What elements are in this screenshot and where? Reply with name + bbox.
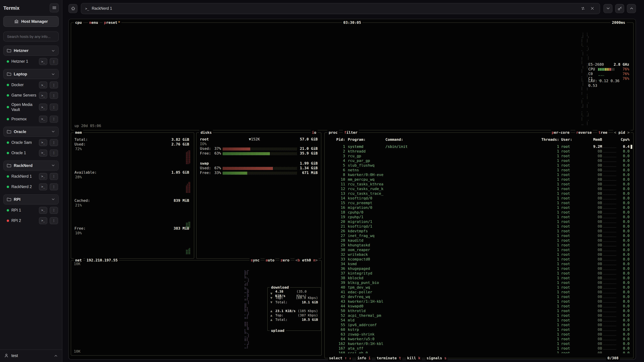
close-tab-icon[interactable] bbox=[589, 5, 596, 12]
io-option[interactable]: io bbox=[310, 130, 318, 135]
footer-key[interactable]: terminate t bbox=[376, 356, 402, 361]
host-row[interactable]: RackNerd 2 >_ ⋮ bbox=[3, 182, 59, 192]
process-row[interactable]: 32 writeback 1 root 0B 0.0 bbox=[328, 252, 630, 257]
process-row[interactable]: 52 acpi_thermal_pm 1 root 0B 0.0 bbox=[328, 313, 630, 318]
chevron-down-icon[interactable] bbox=[51, 48, 55, 53]
host-menu-button[interactable]: ⋮ bbox=[50, 149, 58, 157]
process-row[interactable]: 27 inet_frag_wq 1 root 0B 0.0 bbox=[328, 234, 630, 238]
chevron-down-icon[interactable] bbox=[51, 72, 55, 76]
process-row[interactable]: 33 kcompactd0 1 root 0B 0.0 bbox=[328, 257, 630, 262]
connect-terminal-button[interactable]: >_ bbox=[39, 81, 47, 88]
host-row[interactable]: Game Servers >_ ⋮ bbox=[3, 90, 59, 100]
process-row[interactable]: 11 rcu_tasks_kthrea 1 root 0B 0.0 bbox=[328, 182, 630, 187]
host-menu-button[interactable]: ⋮ bbox=[50, 92, 58, 99]
net-interface[interactable]: <b eth0 n> bbox=[294, 258, 319, 263]
process-row[interactable]: 1 systemd /sbin/init 1 root 9.2M 0.4 bbox=[328, 144, 630, 149]
collapse-panel-button[interactable] bbox=[604, 4, 612, 13]
host-row[interactable]: Oracle Sam >_ ⋮ bbox=[3, 137, 59, 148]
host-row[interactable]: Open Media Vault >_ ⋮ bbox=[3, 100, 59, 114]
process-row[interactable]: 26 kdevtmpfs 1 root 0B 0.0 bbox=[328, 229, 630, 234]
sidebar-toggle-button[interactable] bbox=[50, 3, 59, 12]
host-row[interactable]: Proxmox >_ ⋮ bbox=[3, 114, 59, 124]
chevron-down-icon[interactable] bbox=[51, 163, 55, 168]
menu-option[interactable]: menu bbox=[88, 20, 100, 25]
proc-option[interactable]: reverse bbox=[575, 130, 593, 135]
process-row[interactable]: 50 kthrotld 1 root 0B 0.0 bbox=[328, 309, 630, 313]
connect-terminal-button[interactable]: >_ bbox=[39, 217, 47, 224]
chevron-down-icon[interactable] bbox=[51, 130, 55, 134]
process-row[interactable]: 8 kworker/0:0H-eve 1 root 0B 0.0 bbox=[328, 173, 630, 177]
connect-terminal-button[interactable]: >_ bbox=[39, 58, 47, 65]
group-header[interactable]: RPI bbox=[3, 194, 59, 204]
host-row[interactable]: Docker >_ ⋮ bbox=[3, 80, 59, 90]
process-row[interactable]: 60 kstrp 1 root 0B 0.0 bbox=[328, 328, 630, 332]
connect-terminal-button[interactable]: >_ bbox=[39, 92, 47, 99]
host-row[interactable]: Hetzner 1 >_ ⋮ bbox=[3, 56, 59, 67]
host-row[interactable]: RPI 1 >_ ⋮ bbox=[3, 205, 59, 216]
process-row[interactable]: 6 netns 1 root 0B 0.0 bbox=[328, 168, 630, 173]
footer-key[interactable]: signals s bbox=[426, 356, 448, 361]
group-header[interactable]: Laptop bbox=[3, 69, 59, 79]
connect-terminal-button[interactable]: >_ bbox=[39, 116, 47, 123]
host-menu-button[interactable]: ⋮ bbox=[50, 139, 58, 146]
process-row[interactable]: 12 rcu_tasks_rude_k 1 root 0B 0.0 bbox=[328, 187, 630, 191]
process-row[interactable]: 168 scsi_eh_0 1 root 0B 0.0 bbox=[328, 351, 630, 353]
process-row[interactable]: 43 kworker/1:1H-kbl 1 root 0B 0.0 bbox=[328, 299, 630, 304]
process-row[interactable]: 167 ata_sff 1 root 0B 0.0 bbox=[328, 346, 630, 351]
chevron-down-icon[interactable] bbox=[51, 197, 55, 202]
host-menu-button[interactable]: ⋮ bbox=[50, 58, 58, 65]
process-row[interactable]: 36 khugepaged 1 root 0B 0.0 bbox=[328, 267, 630, 271]
connect-terminal-button[interactable]: >_ bbox=[39, 139, 47, 146]
process-row[interactable]: 63 zswap-shrink 1 root 0B 0.0 bbox=[328, 332, 630, 337]
process-row[interactable]: 2 kthreadd 1 root 0B 0.0 bbox=[328, 149, 630, 154]
host-menu-button[interactable]: ⋮ bbox=[50, 173, 58, 180]
update-interval[interactable]: 2000ms bbox=[611, 20, 627, 25]
process-row[interactable]: 39 blkcg_punt_bio 1 root 0B 0.0 bbox=[328, 281, 630, 285]
host-search-input[interactable] bbox=[3, 31, 59, 41]
process-row[interactable]: 20 migration/1 1 root 0B 0.0 bbox=[328, 220, 630, 224]
scrollbar-thumb[interactable] bbox=[630, 145, 632, 149]
process-row[interactable]: 14 ksoftirqd/0 1 root 0B 0.0 bbox=[328, 196, 630, 201]
process-row[interactable]: 10 mm_percpu_wq 1 root 0B 0.0 bbox=[328, 177, 630, 182]
process-row[interactable]: 54 mld 1 root 0B 0.0 bbox=[328, 318, 630, 323]
host-row[interactable]: RPI 2 >_ ⋮ bbox=[3, 216, 59, 226]
user-footer[interactable]: test bbox=[0, 350, 62, 359]
process-row[interactable]: 16 migration/0 1 root 0B 0.0 bbox=[328, 205, 630, 210]
tab-racknerd-1[interactable]: >_ RackNerd 1 bbox=[81, 3, 600, 14]
connect-terminal-button[interactable]: >_ bbox=[39, 173, 47, 180]
host-menu-button[interactable]: ⋮ bbox=[50, 81, 58, 88]
pid-nav[interactable]: < pid > bbox=[613, 130, 630, 135]
net-option[interactable]: auto bbox=[265, 258, 276, 263]
connect-terminal-button[interactable]: >_ bbox=[39, 183, 47, 190]
host-menu-button[interactable]: ⋮ bbox=[50, 183, 58, 190]
expand-panel-button[interactable] bbox=[627, 4, 636, 13]
split-view-icon[interactable] bbox=[580, 5, 586, 12]
host-manager-button[interactable]: Host Manager bbox=[3, 16, 59, 27]
process-row[interactable]: 41 edac-poller 1 root 0B 0.0 bbox=[328, 290, 630, 295]
host-row[interactable]: RackNerd 1 >_ ⋮ bbox=[3, 171, 59, 182]
group-header[interactable]: Hetzner bbox=[3, 45, 59, 56]
host-menu-button[interactable]: ⋮ bbox=[50, 116, 58, 123]
host-menu-button[interactable]: ⋮ bbox=[50, 207, 58, 214]
terminal-view[interactable]: cpu menu preset* 03:30:05 2000ms ⢀ ⣸ ⡇ ⢇… bbox=[68, 19, 636, 360]
filter-option[interactable]: filter bbox=[343, 130, 359, 135]
process-row[interactable]: 42 devfreq_wq 1 root 0B 0.0 bbox=[328, 295, 630, 299]
proc-option[interactable]: tree bbox=[598, 130, 608, 135]
host-menu-button[interactable]: ⋮ bbox=[50, 104, 58, 111]
process-row[interactable]: 5 slub_flushwq 1 root 0B 0.0 bbox=[328, 163, 630, 168]
chevron-up-icon[interactable] bbox=[54, 354, 58, 358]
connect-terminal-button[interactable]: >_ bbox=[39, 104, 47, 111]
process-row[interactable]: 19 cpuhp/1 1 root 0B 0.0 bbox=[328, 215, 630, 220]
process-row[interactable]: 30 oom_reaper 1 root 0B 0.0 bbox=[328, 248, 630, 252]
home-button[interactable] bbox=[68, 4, 78, 13]
host-row[interactable]: Oracle 1 >_ ⋮ bbox=[3, 148, 59, 158]
ssh-keys-button[interactable] bbox=[615, 4, 624, 13]
process-row[interactable]: 40 tpm_dev_wq 1 root 0B 0.0 bbox=[328, 285, 630, 290]
preset-option[interactable]: preset* bbox=[103, 20, 122, 25]
proc-option[interactable]: per-core bbox=[551, 130, 570, 135]
process-row[interactable]: 3 rcu_gp 1 root 0B 0.0 bbox=[328, 154, 630, 159]
connect-terminal-button[interactable]: >_ bbox=[39, 207, 47, 214]
footer-key[interactable]: select ↑ ↓ bbox=[328, 356, 352, 361]
process-row[interactable]: 18 cpuhp/0 1 root 0B 0.0 bbox=[328, 210, 630, 215]
connect-terminal-button[interactable]: >_ bbox=[39, 149, 47, 157]
